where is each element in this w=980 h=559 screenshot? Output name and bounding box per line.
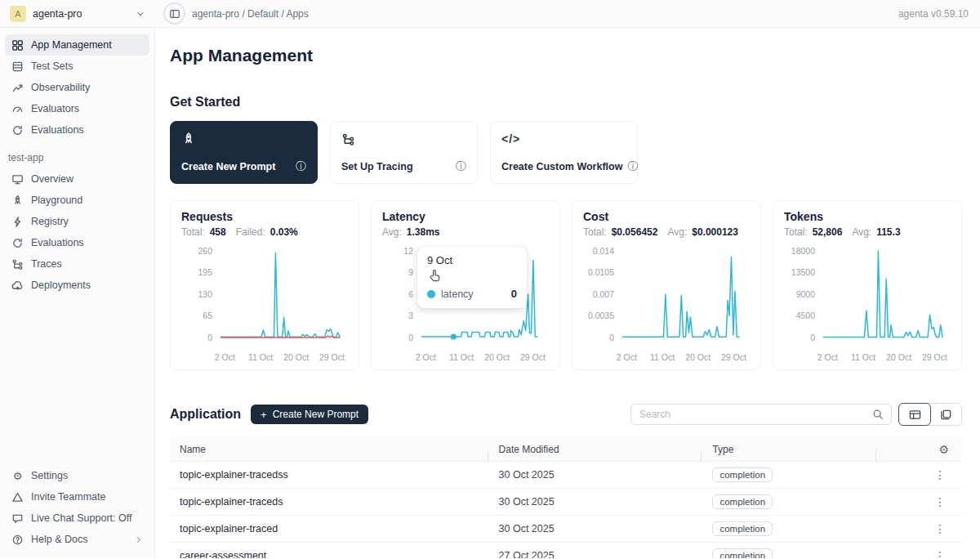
chart-title: Requests (181, 210, 348, 223)
sidebar-item-app-evaluations[interactable]: Evaluations (5, 232, 149, 253)
sidebar-item-evaluators[interactable]: Evaluators (5, 98, 149, 119)
set-up-tracing-card[interactable]: Set Up Tracing ⓘ (330, 121, 478, 184)
chevron-right-icon (134, 535, 143, 544)
app-name: topic-explainer-tracedss (170, 469, 499, 481)
stat-value: $0.000123 (692, 226, 738, 238)
kebab-menu-icon[interactable]: ⋮ (931, 495, 949, 508)
svg-text:3: 3 (408, 311, 413, 320)
chart-tooltip: 9 Oct latency 0 (417, 247, 527, 308)
svg-text:195: 195 (198, 267, 212, 277)
sidebar-item-label: Observability (31, 82, 90, 93)
plus-icon: + (261, 409, 267, 421)
stat-label: Total: (583, 226, 607, 238)
series-dot-icon (427, 290, 435, 298)
sidebar-item-evaluations[interactable]: Evaluations (5, 119, 149, 141)
card-label: Create Custom Workflow (501, 161, 622, 172)
gear-icon: ⚙ (11, 471, 24, 481)
column-header-date-modified[interactable]: Date Modified (499, 444, 713, 455)
kebab-menu-icon[interactable]: ⋮ (931, 468, 949, 481)
sidebar-item-registry[interactable]: Registry (5, 211, 149, 232)
triangle-icon (11, 491, 24, 503)
type-badge: completion (712, 521, 773, 536)
grid-icon (11, 39, 24, 51)
org-selector[interactable]: A agenta-pro (10, 6, 145, 22)
sidebar-item-playground[interactable]: Playground (5, 190, 149, 211)
card-label: Create New Prompt (181, 161, 275, 172)
sidebar-item-overview[interactable]: Overview (5, 168, 149, 190)
card-label: Set Up Tracing (341, 161, 413, 172)
table-row[interactable]: career-assessment 27 Oct 2025 completion… (170, 543, 962, 558)
info-icon[interactable]: ⓘ (456, 159, 466, 174)
column-header-type[interactable]: Type (712, 444, 886, 455)
sidebar-toggle-button[interactable] (163, 2, 185, 25)
chart-title: Latency (382, 210, 549, 223)
sidebar-item-deployments[interactable]: Deployments (5, 275, 149, 296)
table-row[interactable]: topic-explainer-traceds 30 Oct 2025 comp… (170, 489, 962, 516)
type-badge: completion (712, 548, 773, 558)
info-icon[interactable]: ⓘ (627, 159, 638, 174)
sidebar-item-live-chat-support[interactable]: Live Chat Support: Off (5, 508, 149, 529)
create-new-prompt-button[interactable]: + Create New Prompt (251, 405, 368, 424)
card-view-button[interactable] (930, 404, 961, 425)
svg-text:130: 130 (198, 289, 212, 299)
sidebar-item-observability[interactable]: Observability (5, 77, 149, 98)
stat-value: 115.3 (876, 226, 900, 238)
table-view-button[interactable] (898, 403, 931, 426)
type-badge: completion (712, 494, 773, 509)
stat-label: Avg: (667, 226, 687, 238)
sidebar-item-label: Help & Docs (31, 534, 87, 545)
table-row[interactable]: topic-explainer-traced 30 Oct 2025 compl… (170, 516, 962, 543)
search-input[interactable] (631, 409, 865, 420)
sidebar-item-invite-teammate[interactable]: Invite Teammate (5, 486, 149, 508)
app-date: 30 Oct 2025 (499, 496, 713, 508)
svg-text:2 Oct: 2 Oct (817, 352, 838, 362)
sidebar-item-label: Test Sets (31, 60, 73, 72)
svg-text:0: 0 (609, 333, 614, 342)
column-header-name[interactable]: Name (170, 444, 499, 455)
gear-icon[interactable]: ⚙ (938, 443, 949, 456)
svg-text:11 Oct: 11 Oct (650, 352, 675, 362)
svg-text:4500: 4500 (796, 311, 816, 320)
svg-text:13500: 13500 (791, 267, 815, 277)
kebab-menu-icon[interactable]: ⋮ (931, 522, 949, 535)
kebab-menu-icon[interactable]: ⋮ (931, 549, 949, 558)
sidebar-item-label: Registry (31, 216, 69, 227)
get-started-heading: Get Started (170, 95, 962, 110)
create-custom-workflow-card[interactable]: </> Create Custom Workflow ⓘ (490, 121, 638, 184)
stat-label: Avg: (852, 226, 871, 238)
org-avatar: A (10, 6, 26, 22)
hand-cursor-icon (429, 269, 443, 284)
svg-text:29 Oct: 29 Oct (520, 352, 546, 362)
sidebar-item-traces[interactable]: Traces (5, 253, 149, 275)
rocket-icon (11, 195, 24, 207)
top-bar: A agenta-pro agenta-pro / Default / Apps… (0, 0, 980, 28)
sidebar-item-label: Invite Teammate (31, 491, 105, 503)
table-row[interactable]: topic-explainer-tracedss 30 Oct 2025 com… (170, 462, 962, 489)
sidebar-item-app-management[interactable]: App Management (5, 34, 149, 56)
svg-text:20 Oct: 20 Oct (685, 352, 710, 362)
app-version: agenta v0.59.10 (898, 8, 980, 20)
search-button[interactable] (865, 405, 891, 424)
sidebar-item-settings[interactable]: ⚙ Settings (5, 465, 149, 486)
svg-text:65: 65 (203, 311, 212, 320)
chart-title: Cost (583, 210, 750, 223)
cost-chart: 00.00350.0070.01050.0142 Oct11 Oct20 Oct… (583, 243, 750, 367)
tree-icon (341, 131, 466, 147)
svg-text:260: 260 (198, 246, 212, 256)
code-icon: </> (501, 131, 626, 147)
get-started-cards: Create New Prompt ⓘ Set Up Tracing ⓘ </>… (170, 121, 962, 184)
chat-bubble-icon (11, 512, 24, 525)
app-date: 30 Oct 2025 (499, 469, 713, 481)
create-new-prompt-card[interactable]: Create New Prompt ⓘ (170, 121, 318, 184)
svg-text:20 Oct: 20 Oct (484, 352, 510, 362)
sidebar-item-test-sets[interactable]: Test Sets (5, 56, 149, 77)
main-content: App Management Get Started Create New Pr… (155, 28, 980, 558)
sidebar-spacer (5, 296, 149, 465)
cost-chart-card: Cost Total:$0.056452 Avg:$0.000123 00.00… (572, 200, 761, 370)
sidebar-item-label: Traces (31, 258, 62, 270)
sidebar-item-help-docs[interactable]: Help & Docs (5, 529, 149, 550)
info-icon[interactable]: ⓘ (296, 159, 306, 174)
refresh-circle-icon (11, 124, 24, 136)
svg-text:2 Oct: 2 Oct (617, 352, 637, 362)
stat-value: $0.056452 (612, 226, 658, 238)
